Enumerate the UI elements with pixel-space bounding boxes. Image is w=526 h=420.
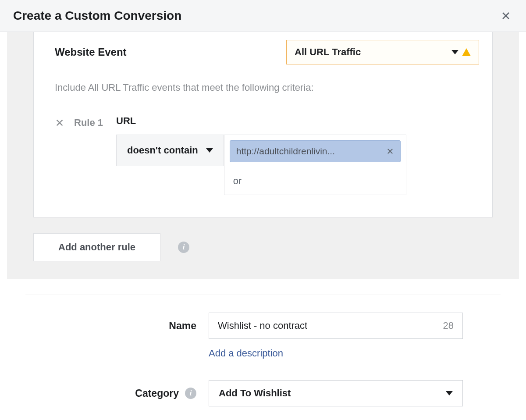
chevron-down-icon <box>206 148 213 153</box>
chevron-down-icon <box>451 50 458 54</box>
name-label-col: Name <box>25 320 209 332</box>
url-chip: http://adultchildrenlivin... <box>230 140 401 162</box>
condition-row: doesn't contain http://adultchildrenlivi… <box>116 135 479 195</box>
rule-body: URL doesn't contain http://adultchildren… <box>116 115 479 195</box>
modal-title: Create a Custom Conversion <box>13 9 181 23</box>
category-label: Category <box>135 388 179 399</box>
info-icon[interactable]: i <box>178 242 189 253</box>
add-another-rule-button[interactable]: Add another rule <box>33 233 160 261</box>
category-dropdown[interactable]: Add To Wishlist <box>209 380 463 406</box>
condition-selected: doesn't contain <box>127 145 198 156</box>
category-label-col: Category i <box>25 388 209 399</box>
url-input-box[interactable]: http://adultchildrenlivin... or <box>224 135 406 195</box>
url-or-text: or <box>224 167 406 195</box>
website-event-label: Website Event <box>55 46 127 58</box>
website-event-row: Website Event All URL Traffic <box>55 40 479 64</box>
chevron-down-icon <box>446 391 453 395</box>
remove-chip-icon[interactable] <box>386 147 394 155</box>
dropdown-indicators <box>451 48 471 56</box>
url-chip-text: http://adultchildrenlivin... <box>236 146 335 157</box>
info-icon[interactable]: i <box>185 388 196 399</box>
category-row: Category i Add To Wishlist <box>25 380 501 406</box>
name-label: Name <box>169 320 196 332</box>
name-input[interactable]: Wishlist - no contract 28 <box>209 313 463 339</box>
website-event-selected: All URL Traffic <box>295 46 361 58</box>
add-description-link[interactable]: Add a description <box>209 348 283 359</box>
description-row: Add a description <box>25 348 501 359</box>
condition-dropdown[interactable]: doesn't contain <box>116 135 224 166</box>
event-card: Website Event All URL Traffic Include Al… <box>33 32 493 217</box>
remove-rule-icon[interactable] <box>55 118 64 128</box>
rules-section: Website Event All URL Traffic Include Al… <box>7 32 519 279</box>
add-rule-row: Add another rule i <box>33 233 493 261</box>
modal-header: Create a Custom Conversion <box>0 0 526 32</box>
website-event-dropdown[interactable]: All URL Traffic <box>286 40 479 64</box>
modal-body: Website Event All URL Traffic Include Al… <box>0 32 526 406</box>
name-input-value: Wishlist - no contract <box>218 320 307 331</box>
name-row: Name Wishlist - no contract 28 <box>25 313 501 339</box>
category-selected: Add To Wishlist <box>219 388 291 399</box>
rule-title: Rule 1 <box>74 117 103 128</box>
url-label: URL <box>116 115 479 127</box>
close-icon[interactable] <box>499 9 513 23</box>
criteria-intro: Include All URL Traffic events that meet… <box>55 82 479 93</box>
details-section: Name Wishlist - no contract 28 Add a des… <box>7 295 519 406</box>
warning-icon <box>462 48 471 56</box>
rule-row: Rule 1 URL doesn't contain http://adultc… <box>55 115 479 195</box>
name-char-count: 28 <box>443 320 454 331</box>
rule-header: Rule 1 <box>55 115 103 128</box>
